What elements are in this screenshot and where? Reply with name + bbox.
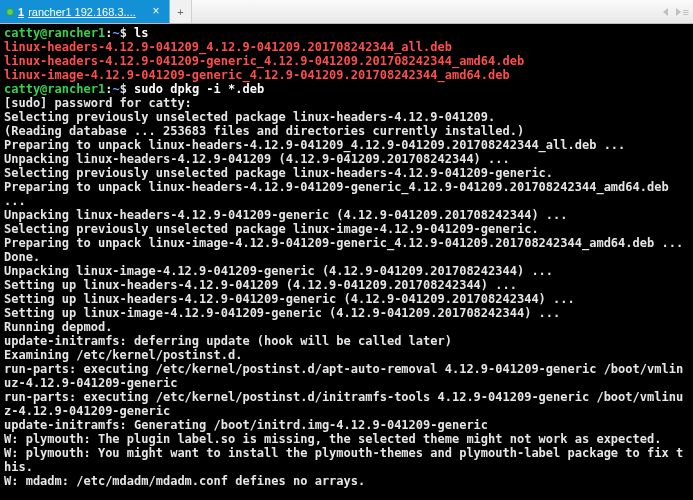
chevron-left-icon[interactable]: [663, 8, 668, 16]
terminal-output[interactable]: catty@rancher1:~$ ls linux-headers-4.12.…: [0, 24, 693, 500]
terminal-line: (Reading database ... 253683 files and d…: [4, 124, 524, 138]
terminal-line: W: mdadm: /etc/mdadm/mdadm.conf defines …: [4, 474, 365, 488]
prompt-path: ~: [112, 26, 119, 40]
terminal-line: Preparing to unpack linux-headers-4.12.9…: [4, 138, 625, 152]
tab-label: rancher1 192.168.3....: [28, 6, 145, 18]
terminal-line: update-initramfs: Generating /boot/initr…: [4, 418, 488, 432]
ls-output-line: linux-headers-4.12.9-041209-generic_4.12…: [4, 54, 524, 68]
tab-nav-controls: ≡: [659, 0, 693, 23]
terminal-line: Unpacking linux-image-4.12.9-041209-gene…: [4, 264, 553, 278]
terminal-line: update-initramfs: deferring update (hook…: [4, 334, 452, 348]
command-ls: ls: [134, 26, 148, 40]
tab-number: 1: [18, 6, 24, 18]
terminal-line: Selecting previously unselected package …: [4, 166, 553, 180]
terminal-line: Done.: [4, 250, 40, 264]
terminal-line: run-parts: executing /etc/kernel/postins…: [4, 390, 683, 418]
terminal-line: Setting up linux-image-4.12.9-041209-gen…: [4, 306, 560, 320]
terminal-line: W: plymouth: The plugin label.so is miss…: [4, 432, 661, 446]
terminal-line: Unpacking linux-headers-4.12.9-041209 (4…: [4, 152, 510, 166]
terminal-line: Selecting previously unselected package …: [4, 222, 539, 236]
tab-session-1[interactable]: 1 rancher1 192.168.3.... ×: [0, 0, 170, 23]
prompt-path: ~: [112, 82, 119, 96]
terminal-line: Setting up linux-headers-4.12.9-041209-g…: [4, 292, 575, 306]
terminal-line: Examining /etc/kernel/postinst.d.: [4, 348, 242, 362]
prompt-userhost: catty@rancher1: [4, 82, 105, 96]
tab-close-button[interactable]: ×: [149, 5, 163, 19]
prompt-sigil: $: [120, 82, 134, 96]
terminal-line: Selecting previously unselected package …: [4, 110, 495, 124]
ls-output-line: linux-headers-4.12.9-041209_4.12.9-04120…: [4, 40, 452, 54]
terminal-line: run-parts: executing /etc/kernel/postins…: [4, 362, 683, 390]
command-dpkg: sudo dpkg -i *.deb: [134, 82, 264, 96]
terminal-line: Setting up linux-headers-4.12.9-041209 (…: [4, 278, 517, 292]
chevron-right-icon[interactable]: [676, 8, 681, 16]
prompt-userhost: catty@rancher1: [4, 26, 105, 40]
terminal-line: W: plymouth: You might want to install t…: [4, 446, 683, 474]
status-dot-icon: [6, 8, 14, 16]
terminal-line: Running depmod.: [4, 320, 112, 334]
terminal-line: Preparing to unpack linux-image-4.12.9-0…: [4, 236, 683, 250]
tab-bar: 1 rancher1 192.168.3.... × + ≡: [0, 0, 693, 24]
terminal-line: [sudo] password for catty:: [4, 96, 192, 110]
menu-icon[interactable]: ≡: [683, 6, 689, 18]
terminal-line: Preparing to unpack linux-headers-4.12.9…: [4, 180, 676, 208]
add-tab-button[interactable]: +: [170, 0, 192, 23]
terminal-line: Unpacking linux-headers-4.12.9-041209-ge…: [4, 208, 568, 222]
prompt-sigil: $: [120, 26, 134, 40]
ls-output-line: linux-image-4.12.9-041209-generic_4.12.9…: [4, 68, 510, 82]
